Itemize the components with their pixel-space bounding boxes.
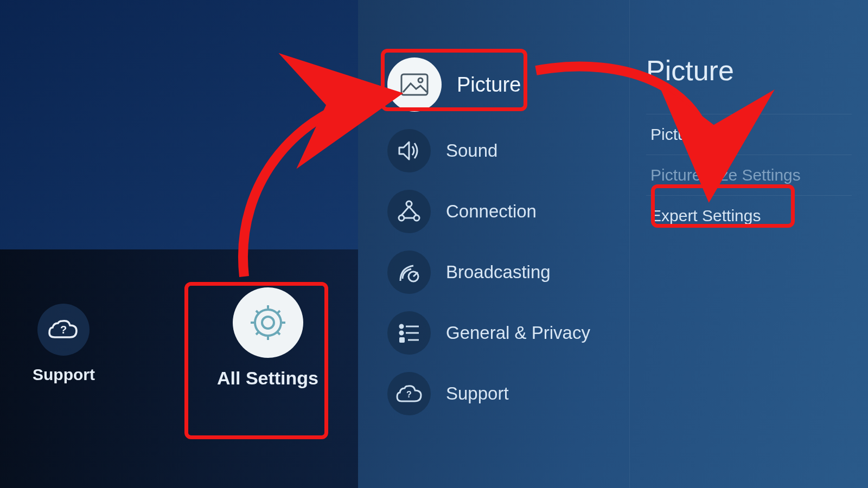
gear-icon xyxy=(233,287,303,358)
quick-access-bar: ? Support All Settings xyxy=(0,249,358,488)
svg-text:?: ? xyxy=(406,390,412,399)
tile-label: Support xyxy=(33,365,95,384)
category-label: Picture xyxy=(457,73,521,97)
speaker-icon xyxy=(387,129,431,172)
cloud-question-icon: ? xyxy=(387,372,431,415)
category-label: Broadcasting xyxy=(446,262,551,282)
category-label: Sound xyxy=(446,140,497,161)
sub-settings-panel: Picture Picture Mode Picture Size Settin… xyxy=(629,0,868,488)
svg-point-7 xyxy=(414,215,419,221)
svg-rect-3 xyxy=(401,74,427,95)
satellite-icon xyxy=(387,251,431,294)
svg-rect-13 xyxy=(399,337,405,343)
list-icon xyxy=(387,311,431,355)
category-label: Support xyxy=(446,383,509,404)
tile-support[interactable]: ? Support xyxy=(33,304,95,384)
category-label: Connection xyxy=(446,201,537,222)
image-icon xyxy=(387,57,442,112)
svg-point-4 xyxy=(418,78,423,82)
sub-item-expert-settings[interactable]: Expert Settings xyxy=(646,195,852,236)
cloud-question-icon: ? xyxy=(37,304,90,356)
svg-point-1 xyxy=(262,317,274,329)
category-picture[interactable]: Picture xyxy=(374,49,629,120)
svg-point-2 xyxy=(255,310,281,336)
settings-panel: Picture Sound Connection Broadcasting Ge xyxy=(358,0,868,488)
svg-text:?: ? xyxy=(60,324,67,336)
svg-point-6 xyxy=(399,215,404,221)
category-connection[interactable]: Connection xyxy=(374,181,629,242)
svg-point-11 xyxy=(400,331,403,335)
category-general-privacy[interactable]: General & Privacy xyxy=(374,303,629,363)
category-sound[interactable]: Sound xyxy=(374,120,629,181)
sub-panel-title: Picture xyxy=(646,54,852,87)
category-support[interactable]: ? Support xyxy=(374,363,629,424)
network-icon xyxy=(387,190,431,233)
settings-category-list: Picture Sound Connection Broadcasting Ge xyxy=(358,0,629,488)
svg-point-9 xyxy=(400,325,403,328)
svg-point-5 xyxy=(406,201,412,207)
sub-item-picture-size[interactable]: Picture Size Settings xyxy=(646,155,852,195)
category-label: General & Privacy xyxy=(446,323,590,343)
sub-item-picture-mode[interactable]: Picture Mode xyxy=(646,114,852,155)
tile-all-settings[interactable]: All Settings xyxy=(217,287,318,389)
tile-label: All Settings xyxy=(217,368,318,389)
category-broadcasting[interactable]: Broadcasting xyxy=(374,242,629,303)
